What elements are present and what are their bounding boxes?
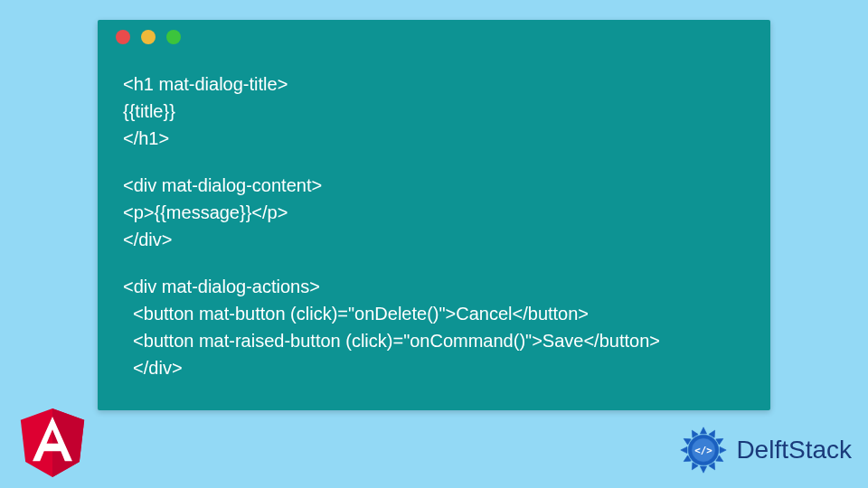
delftstack-branding: </> DelftStack bbox=[676, 423, 852, 477]
angular-logo-icon bbox=[20, 408, 85, 477]
svg-marker-11 bbox=[681, 446, 687, 453]
code-block-title: <h1 mat-dialog-title> {{title}} </h1> bbox=[123, 70, 745, 152]
code-block-content: <div mat-dialog-content> <p>{{message}}<… bbox=[123, 172, 745, 253]
maximize-icon[interactable] bbox=[166, 30, 181, 44]
close-icon[interactable] bbox=[116, 30, 130, 44]
svg-text:</>: </> bbox=[695, 445, 713, 456]
code-body: <h1 mat-dialog-title> {{title}} </h1> <d… bbox=[98, 54, 770, 381]
code-block-actions: <div mat-dialog-actions> <button mat-but… bbox=[123, 273, 745, 381]
window-titlebar bbox=[98, 20, 770, 54]
delftstack-badge-icon: </> bbox=[676, 423, 731, 477]
code-window: <h1 mat-dialog-title> {{title}} </h1> <d… bbox=[98, 20, 770, 410]
svg-marker-8 bbox=[701, 466, 707, 473]
delftstack-label: DelftStack bbox=[736, 436, 852, 465]
svg-marker-2 bbox=[701, 427, 707, 434]
minimize-icon[interactable] bbox=[141, 30, 156, 44]
svg-marker-5 bbox=[720, 446, 726, 453]
svg-marker-1 bbox=[52, 408, 84, 477]
